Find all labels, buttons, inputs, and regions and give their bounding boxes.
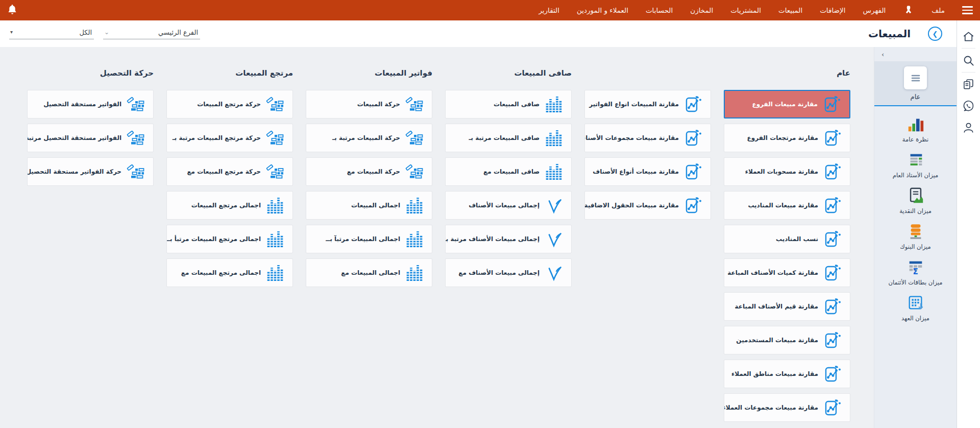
top-menu-item[interactable]: الإضافات xyxy=(820,6,845,14)
report-card-label: مقارنة مبيعات مجموعات الأصناف xyxy=(584,134,679,141)
bricks-edit-icon xyxy=(127,129,145,147)
bricks-edit-icon xyxy=(266,129,284,147)
hamburger-icon[interactable] xyxy=(961,4,974,16)
report-card-label: إجمالى مبيعات الأصناف xyxy=(469,202,540,209)
top-menu-item[interactable]: العملاء و الموردين xyxy=(577,6,628,14)
scope-select-value: الكل xyxy=(79,29,92,36)
report-card[interactable]: مقارنة المبيعات انواع الفواتير xyxy=(584,90,711,118)
sidebar-collapse-arrow-icon[interactable]: › xyxy=(874,47,957,59)
report-card[interactable]: مقارنة مبيعات مجموعات العملاء xyxy=(724,393,850,422)
sidebar-item-label: ميزان الأستاذ العام xyxy=(893,172,938,179)
report-card[interactable]: اجمالى مرتجع المبيعات xyxy=(166,191,293,220)
column-header: فواتير المبيعات xyxy=(306,68,432,84)
report-card[interactable]: صافى المبيعات مرتبة بـ xyxy=(445,124,572,152)
top-menu-item[interactable]: الحسابات xyxy=(646,6,673,14)
report-card[interactable]: اجمالى المبيعات xyxy=(306,191,432,220)
report-card[interactable]: حركة المبيعات مع xyxy=(306,157,432,186)
report-columns: عاممقارنة مبيعات الفروعمقارنة مرتجعات ال… xyxy=(4,68,850,427)
report-card[interactable]: حركة الفواتير مستحقة التحصيل مع xyxy=(27,157,154,186)
column-header: حركة التحصيل xyxy=(27,68,154,84)
sidebar-item-label: ميزان البنوك xyxy=(900,243,930,250)
report-card[interactable]: إجمالى مبيعات الأصناف مع xyxy=(445,258,572,287)
tab-general[interactable]: عام xyxy=(874,61,957,105)
bricks-edit-icon xyxy=(405,95,424,113)
report-card[interactable]: مقارنة مبيعات مجموعات الأصناف xyxy=(584,124,711,152)
report-card[interactable]: مقارنة مبيعات المستخدمين xyxy=(724,326,850,354)
report-card[interactable]: حركة المبيعات xyxy=(306,90,432,118)
bricks-edit-icon xyxy=(266,162,284,181)
report-column: صافى المبيعاتصافى المبيعاتصافى المبيعات … xyxy=(445,68,572,292)
report-card[interactable]: صافى المبيعات xyxy=(445,90,572,118)
report-card[interactable]: حركة مرتجع المبيعات xyxy=(166,90,293,118)
search-icon[interactable] xyxy=(957,50,980,71)
top-menu-item[interactable]: المشتريات xyxy=(730,6,761,14)
body-row: ❯ المبيعات الفرع الرئيسي ⌄ الكل ▾ › xyxy=(0,20,980,428)
report-card-label: الفواتير مستحقة التحصيل مرتبة بـ xyxy=(27,134,121,141)
report-card[interactable]: صافى المبيعات مع xyxy=(445,157,572,186)
report-card[interactable]: مقارنة قيم الأصناف المباعة xyxy=(724,292,850,321)
report-card[interactable]: الفواتير مستحقة التحصيل xyxy=(27,90,154,118)
report-card[interactable]: مقارنة مبيعات الحقول الاضافية xyxy=(584,191,711,220)
report-card[interactable]: اجمالى المبيعات مع xyxy=(306,258,432,287)
top-menu-item[interactable]: ملف xyxy=(932,6,945,14)
report-card[interactable]: حركة مرتجع المبيعات مرتبة بـ xyxy=(166,124,293,152)
line-chart-icon xyxy=(684,162,702,181)
equalizer-icon xyxy=(545,129,563,147)
top-menu-item[interactable]: الفهرس xyxy=(863,6,886,14)
divider xyxy=(962,72,975,73)
report-card[interactable]: مقارنة مبيعات المناديب xyxy=(724,191,850,220)
page-title: المبيعات xyxy=(868,28,911,40)
report-card[interactable]: مقارنة مبيعات أنواع الأصناف xyxy=(584,157,711,186)
report-card[interactable]: حركة المبيعات مرتبة بـ xyxy=(306,124,432,152)
line-chart-icon xyxy=(823,365,842,383)
bell-icon[interactable] xyxy=(6,4,18,16)
report-card[interactable]: إجمالى مبيعات الأصناف xyxy=(445,191,572,220)
report-card-label: حركة المبيعات مع xyxy=(347,168,400,175)
scope-select[interactable]: الكل ▾ xyxy=(9,29,94,39)
report-card[interactable]: مقارنة كميات الأصناف المباعة xyxy=(724,258,850,287)
sidebar-item[interactable]: Σميزان بطاقات الأئتمان xyxy=(889,258,943,286)
report-card-label: مقارنة مبيعات الفروع xyxy=(752,101,818,108)
documents-icon[interactable] xyxy=(957,74,980,95)
equalizer-icon xyxy=(545,95,563,113)
sidebar-item[interactable]: ميزان العهد xyxy=(901,294,929,322)
line-chart-icon xyxy=(823,230,842,248)
report-card[interactable]: حركة مرتجع المبيعات مع xyxy=(166,157,293,186)
top-menu-item[interactable]: التقارير xyxy=(538,6,559,14)
report-card[interactable]: اجمالى مرتجع المبيعات مرتبأ بــ xyxy=(166,225,293,253)
sidebar-item-label: ميزان بطاقات الأئتمان xyxy=(889,279,943,286)
line-chart-icon xyxy=(823,95,841,113)
report-card[interactable]: إجمالى مبيعات الأصناف مرتبة بـ xyxy=(445,225,572,253)
sidebar-item[interactable]: نظرة عامة xyxy=(902,115,928,143)
report-card[interactable]: نسب المناديب xyxy=(724,225,850,253)
user-icon[interactable] xyxy=(957,116,980,138)
sidebar-item[interactable]: ميزان الأستاذ العام xyxy=(893,151,938,179)
equalizer-icon xyxy=(545,162,563,181)
report-card[interactable]: اجمالى المبيعات مرتبآ بــ xyxy=(306,225,432,253)
home-icon[interactable] xyxy=(957,26,980,47)
topbar-right-group: ملفالفهرسالإضافاتالمبيعاتالمشترياتالمخاز… xyxy=(538,4,974,16)
report-card[interactable]: مقارنة مبيعات مناطق العملاء xyxy=(724,360,850,388)
expand-arrow-icon[interactable]: ❯ xyxy=(928,27,942,41)
top-menu-item[interactable]: المخازن xyxy=(690,6,713,14)
branch-select[interactable]: الفرع الرئيسي ⌄ xyxy=(103,29,200,39)
bricks-edit-icon xyxy=(405,129,424,147)
report-card[interactable]: مقارنة مرتجعات الفروع xyxy=(724,124,850,152)
dropdown-arrow-icon: ▾ xyxy=(10,30,13,35)
report-card[interactable]: اجمالى مرتجع المبيعات مع xyxy=(166,258,293,287)
content-area: عاممقارنة مبيعات الفروعمقارنة مرتجعات ال… xyxy=(0,47,874,428)
report-card[interactable]: مقارنة مبيعات الفروع xyxy=(724,90,850,118)
report-column: حركة التحصيلالفواتير مستحقة التحصيلالفوا… xyxy=(27,68,154,191)
report-card-label: اجمالى المبيعات مع xyxy=(341,269,400,276)
whatsapp-icon[interactable] xyxy=(957,95,980,116)
report-card-label: مقارنة مبيعات أنواع الأصناف xyxy=(593,168,679,175)
sidebar-item[interactable]: ميزان البنوك xyxy=(900,222,930,250)
report-card[interactable]: مقارنة مسحوبات العملاء xyxy=(724,157,850,186)
report-card[interactable]: الفواتير مستحقة التحصيل مرتبة بـ xyxy=(27,124,154,152)
report-card-label: مقارنة مبيعات الحقول الاضافية xyxy=(584,202,679,209)
report-card-label: اجمالى مرتجع المبيعات xyxy=(191,202,261,209)
bricks-edit-icon xyxy=(266,95,284,113)
report-card-label: حركة مرتجع المبيعات مرتبة بـ xyxy=(173,134,261,141)
top-menu-item[interactable]: المبيعات xyxy=(778,6,802,14)
sidebar-item[interactable]: ميزان النقدية xyxy=(899,186,932,215)
